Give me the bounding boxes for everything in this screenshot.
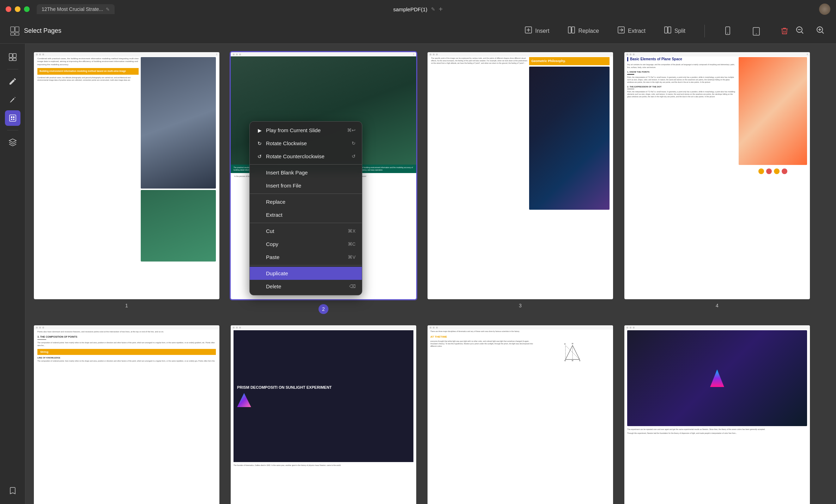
- menu-divider-3: [250, 223, 362, 223]
- menu-item-paste-shortcut: ⌘V: [348, 254, 356, 260]
- play-icon: ▶: [256, 128, 263, 133]
- tablet-view-tool[interactable]: [749, 24, 765, 38]
- titlebar: 12The Most Crucial Strate... ✎ samplePDF…: [0, 0, 836, 18]
- menu-item-delete-shortcut: ⌫: [349, 284, 356, 289]
- svg-line-21: [822, 32, 824, 33]
- page-wrapper-1: 1 Combined with practical cases, the bui…: [34, 52, 219, 314]
- menu-item-rotate-cw-shortcut: ↻: [352, 141, 356, 146]
- replace-tool[interactable]: Replace: [564, 24, 602, 38]
- select-pages-icon: [8, 25, 21, 37]
- sidebar-icon-bookmark[interactable]: [5, 483, 20, 498]
- context-menu: ▶ Play from Current Slide ⌘↩ ↻ Rotate Cl…: [249, 121, 362, 295]
- page-number-1: 1: [125, 303, 128, 308]
- svg-rect-29: [11, 116, 12, 118]
- page-thumb-3[interactable]: The specific point of the image can be e…: [428, 52, 613, 299]
- page-thumb-5[interactable]: Points also have dominant and recessive …: [34, 325, 219, 504]
- pages-grid: 1 Combined with practical cases, the bui…: [34, 52, 810, 504]
- menu-item-copy[interactable]: Copy ⌘C: [250, 238, 362, 251]
- menu-item-duplicate-label: Duplicate: [266, 270, 288, 276]
- svg-rect-25: [13, 54, 16, 57]
- menu-item-delete-label: Delete: [266, 283, 281, 289]
- svg-rect-24: [9, 54, 12, 57]
- svg-text:M: M: [564, 359, 566, 362]
- page-wrapper-5: Points also have dominant and recessive …: [34, 325, 219, 504]
- split-label: Split: [674, 28, 685, 34]
- svg-text:B: B: [564, 343, 566, 345]
- menu-item-rotate-cw-label: Rotate Clockwise: [266, 140, 307, 146]
- replace-icon: [568, 26, 575, 36]
- page-thumb-7[interactable]: There are three major disciplines of kin…: [428, 325, 613, 504]
- menu-item-extract-label: Extract: [266, 212, 283, 218]
- split-tool[interactable]: Split: [660, 24, 689, 38]
- toolbar-left: Select Pages: [8, 25, 521, 37]
- close-button[interactable]: [6, 6, 11, 12]
- page-thumb-8[interactable]: This experiment can be repeated over and…: [624, 325, 810, 504]
- menu-item-insert-file-label: Insert from File: [266, 183, 301, 189]
- svg-line-35: [573, 345, 580, 359]
- minimize-button[interactable]: [15, 6, 20, 12]
- maximize-button[interactable]: [24, 6, 30, 12]
- tab-left[interactable]: 12The Most Crucial Strate... ✎: [37, 4, 115, 14]
- svg-text:M: M: [572, 359, 573, 362]
- sidebar-icon-edit[interactable]: [5, 74, 20, 89]
- left-sidebar: [0, 44, 25, 504]
- svg-text:B: B: [579, 359, 581, 362]
- svg-rect-7: [568, 27, 571, 33]
- page-badge-2: 2: [319, 304, 328, 314]
- extract-label: Extract: [628, 28, 646, 34]
- svg-rect-30: [13, 116, 14, 118]
- menu-item-rotate-ccw[interactable]: ↺ Rotate Counterclockwise ↺: [250, 150, 362, 163]
- menu-item-copy-label: Copy: [266, 241, 278, 247]
- page-thumb-4[interactable]: 4 Basic Elements of Plane Space Any art …: [624, 52, 810, 299]
- menu-item-insert-file[interactable]: Insert from File: [250, 179, 362, 192]
- toolbar: Select Pages Insert Replace: [0, 18, 836, 44]
- svg-rect-31: [11, 119, 12, 120]
- page-thumb-6[interactable]: PRISM DECOMPOSITI ON SUNLIGHT EXPERIMENT…: [231, 325, 416, 504]
- svg-rect-11: [665, 27, 667, 33]
- svg-rect-2: [11, 33, 14, 35]
- mobile-view-tool[interactable]: [720, 24, 737, 38]
- sidebar-icon-annotate[interactable]: [5, 92, 20, 107]
- extract-tool[interactable]: Extract: [614, 24, 649, 38]
- menu-item-rotate-cw-left: ↻ Rotate Clockwise: [256, 140, 307, 146]
- menu-item-play-left: ▶ Play from Current Slide: [256, 127, 321, 133]
- menu-item-insert-blank[interactable]: Insert Blank Page: [250, 166, 362, 179]
- menu-item-play-shortcut: ⌘↩: [347, 128, 356, 133]
- menu-item-extract[interactable]: Extract: [250, 208, 362, 221]
- svg-rect-27: [13, 58, 16, 61]
- rotate-cw-icon: ↻: [256, 141, 263, 146]
- replace-label: Replace: [578, 28, 599, 34]
- sidebar-icon-layers[interactable]: [5, 135, 20, 150]
- menu-divider-1: [250, 164, 362, 165]
- menu-item-rotate-ccw-left: ↺ Rotate Counterclockwise: [256, 153, 325, 159]
- menu-item-replace-left: Replace: [256, 199, 285, 205]
- split-icon: [664, 26, 672, 36]
- insert-tool[interactable]: Insert: [521, 24, 553, 38]
- menu-item-play[interactable]: ▶ Play from Current Slide ⌘↩: [250, 124, 362, 137]
- menu-item-paste[interactable]: Paste ⌘V: [250, 251, 362, 264]
- zoom-in-button[interactable]: [813, 24, 828, 38]
- menu-item-rotate-cw[interactable]: ↻ Rotate Clockwise ↻: [250, 137, 362, 150]
- menu-item-replace[interactable]: Replace: [250, 195, 362, 208]
- page-number-4: 4: [716, 303, 719, 308]
- sidebar-divider-2: [7, 130, 18, 130]
- extract-icon: [617, 26, 625, 36]
- svg-rect-28: [10, 115, 16, 121]
- sidebar-icon-view[interactable]: [5, 110, 20, 126]
- menu-item-cut[interactable]: Cut ⌘X: [250, 225, 362, 238]
- menu-item-delete-left: Delete: [256, 283, 281, 289]
- zoom-out-button[interactable]: [792, 24, 807, 38]
- rotate-ccw-icon: ↺: [256, 154, 263, 159]
- menu-item-play-label: Play from Current Slide: [266, 127, 321, 133]
- delete-tool[interactable]: [777, 25, 792, 37]
- toolbar-tools: Insert Replace Extract: [521, 24, 792, 38]
- page-thumb-1[interactable]: 1 Combined with practical cases, the bui…: [34, 52, 219, 299]
- sidebar-icon-pages[interactable]: [5, 49, 20, 65]
- add-tab-button[interactable]: +: [439, 5, 443, 13]
- content-area[interactable]: 1 Combined with practical cases, the bui…: [25, 44, 836, 504]
- menu-item-duplicate[interactable]: Duplicate: [250, 267, 362, 280]
- menu-item-cut-left: Cut: [256, 228, 274, 234]
- tab-center-edit-icon[interactable]: ✎: [431, 6, 435, 12]
- menu-item-delete[interactable]: Delete ⌫: [250, 280, 362, 293]
- avatar: [819, 4, 830, 15]
